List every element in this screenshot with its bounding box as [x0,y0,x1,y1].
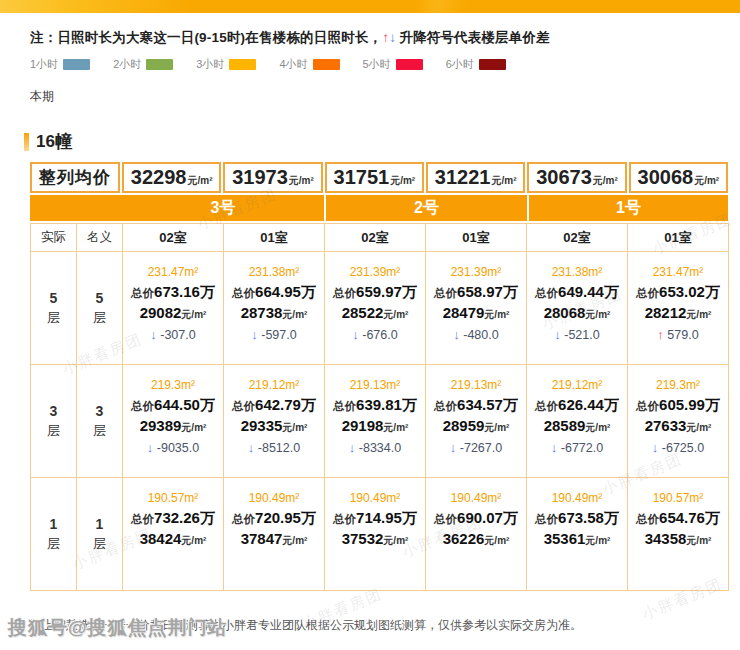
price-unit: 元/m² [686,309,711,320]
floor-number: 1 [31,515,76,534]
total-price-prefix: 总价 [232,400,255,412]
unit-price-cell: 231.39m²总价658.97万28479元/m²↓ -480.0 [426,252,527,365]
sunshine-legend: 1小时 2小时 3小时 4小时 5小时 6小时 [30,57,740,72]
unit-price-cell: 219.13m²总价634.57万28959元/m²↓ -7267.0 [426,365,527,478]
total-price-value: 642.79万 [255,396,316,413]
price-unit: 元/m² [686,535,711,546]
legend-label: 5小时 [363,57,391,72]
total-price-prefix: 总价 [333,400,356,412]
header-room: 02室 [527,224,628,252]
price-unit: 元/m² [491,174,516,188]
unit-area: 219.12m² [527,376,627,395]
unit-area: 231.39m² [325,263,425,282]
floor-suffix: 层 [31,534,76,553]
unit-area: 231.47m² [123,263,223,282]
unit-sqm-price: 37532元/m² [325,529,425,551]
total-price-value: 634.57万 [457,396,518,413]
sqm-price-value: 37532 [342,530,384,547]
unit-price-cell: 190.49m²总价714.95万37532元/m² [325,478,426,591]
unit-price-cell: 219.3m²总价605.99万27633元/m²↓ -6725.0 [628,365,729,478]
building-title: 16幢 [36,130,72,153]
floor-suffix: 层 [31,308,76,327]
unit-sqm-price: 29335元/m² [224,416,324,438]
unit-price-cell: 190.49m²总价690.07万36226元/m² [426,478,527,591]
down-arrow-icon: ↓ [352,327,359,342]
down-arrow-icon: ↓ [554,327,561,342]
avg-price-cell: 31973 元/m² [223,162,322,193]
unit-area: 231.39m² [426,263,526,282]
actual-floor-cell: 1层 [31,478,77,591]
unit-area: 231.38m² [527,263,627,282]
table-row: 1层1层190.57m²总价732.26万38424元/m²190.49m²总价… [31,478,729,591]
legend-item-2h: 2小时 [113,57,173,72]
sqm-price-value: 28522 [342,304,384,321]
price-diff: ↓ -6772.0 [527,438,627,458]
actual-floor-cell: 5层 [31,252,77,365]
price-unit: 元/m² [282,535,307,546]
price-diff: ↓ -307.0 [123,325,223,345]
legend-swatch-5h [396,59,423,70]
avg-price-value: 30673 [536,166,592,189]
avg-price-value: 30068 [638,166,694,189]
sqm-price-value: 28589 [544,417,586,434]
price-unit: 元/m² [484,535,509,546]
total-price-prefix: 总价 [434,513,457,525]
nominal-floor-cell: 3层 [77,365,123,478]
legend-swatch-1h [63,59,90,70]
unit-sqm-price: 36226元/m² [426,529,526,551]
table-row: 3层3层219.3m²总价644.50万29389元/m²↓ -9035.021… [31,365,729,478]
price-diff: ↓ -6725.0 [628,438,728,458]
price-diff: ↓ -521.0 [527,325,627,345]
price-unit: 元/m² [181,309,206,320]
total-price-prefix: 总价 [535,400,558,412]
unit-total-price: 总价673.58万 [527,508,627,529]
price-unit: 元/m² [181,422,206,433]
unit-total-price: 总价720.95万 [224,508,324,529]
total-price-prefix: 总价 [434,400,457,412]
source-watermark: 搜狐号@搜狐焦点荆门站 [8,615,228,641]
legend-swatch-6h [479,59,506,70]
price-unit: 元/m² [484,422,509,433]
avg-price-cell: 32298 元/m² [122,162,221,193]
legend-label: 1小时 [30,57,58,72]
unit-total-price: 总价639.81万 [325,395,425,416]
avg-price-label-cell: 整列均价 [30,162,120,193]
unit-sqm-price: 28522元/m² [325,303,425,325]
down-arrow-icon: ↓ [551,440,558,455]
total-price-prefix: 总价 [636,400,659,412]
header-nominal: 名义 [77,224,123,252]
unit-area: 219.13m² [325,376,425,395]
sqm-price-value: 38424 [140,530,182,547]
price-unit: 元/m² [593,174,618,188]
unit-sqm-price: 28959元/m² [426,416,526,438]
price-diff: ↓ -8512.0 [224,438,324,458]
floor-number: 3 [31,402,76,421]
price-unit: 元/m² [282,422,307,433]
total-price-prefix: 总价 [636,287,659,299]
legend-item-5h: 5小时 [363,57,423,72]
unit-area: 219.12m² [224,376,324,395]
total-price-value: 673.16万 [154,283,215,300]
price-diff: ↑ 579.0 [628,325,728,345]
unit-total-price: 总价732.26万 [123,508,223,529]
avg-price-cell: 30673 元/m² [527,162,626,193]
unit-area: 190.49m² [224,489,324,508]
unit-price-cell: 190.57m²总价654.76万34358元/m² [628,478,729,591]
legend-swatch-4h [313,59,340,70]
header-room: 02室 [123,224,224,252]
price-diff: ↓ -676.0 [325,325,425,345]
unit-price-cell: 231.39m²总价659.97万28522元/m²↓ -676.0 [325,252,426,365]
legend-item-4h: 4小时 [279,57,339,72]
total-price-prefix: 总价 [131,513,154,525]
unit-area: 190.57m² [123,489,223,508]
down-arrow-icon: ↓ [147,440,154,455]
header-room: 01室 [426,224,527,252]
down-arrow-icon: ↓ [248,440,255,455]
down-arrow-icon: ↓ [652,440,659,455]
unit-sqm-price: 28212元/m² [628,303,728,325]
price-unit: 元/m² [383,422,408,433]
header-actual: 实际 [31,224,77,252]
header-room: 01室 [628,224,729,252]
total-price-prefix: 总价 [131,400,154,412]
total-price-value: 626.44万 [558,396,619,413]
